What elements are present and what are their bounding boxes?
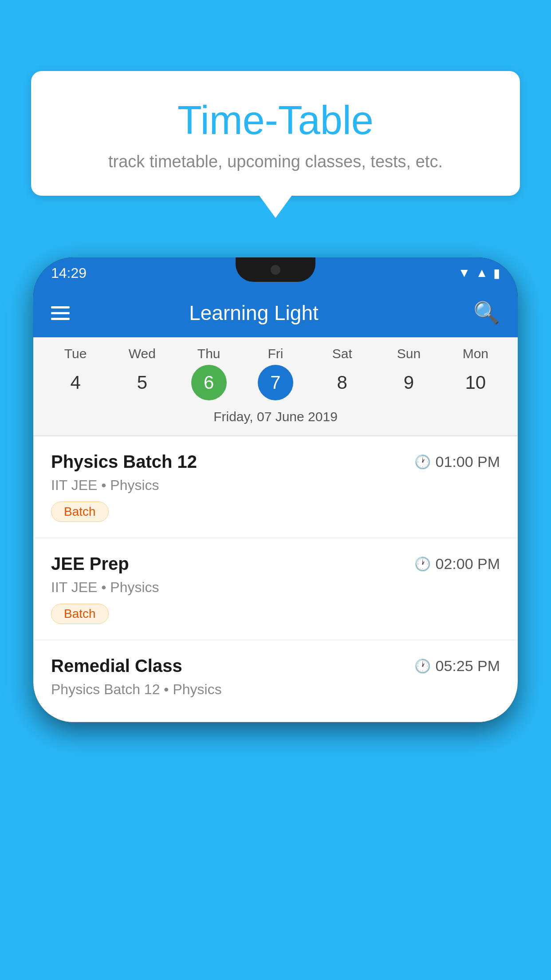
day-number: 4 xyxy=(58,365,93,400)
item-subtitle: IIT JEE • Physics xyxy=(51,477,500,494)
day-name: Thu xyxy=(197,346,220,361)
day-number: 9 xyxy=(391,365,427,400)
days-row: Tue4Wed5Thu6Fri7Sat8Sun9Mon10 xyxy=(33,346,518,400)
status-bar: 14:29 ▼ ▲ ▮ xyxy=(33,257,518,288)
schedule-item[interactable]: JEE Prep🕐 02:00 PMIIT JEE • PhysicsBatch xyxy=(33,538,518,640)
batch-tag: Batch xyxy=(51,604,109,624)
bubble-subtitle: track timetable, upcoming classes, tests… xyxy=(49,152,502,171)
day-cell-fri[interactable]: Fri7 xyxy=(247,346,304,400)
day-name: Fri xyxy=(268,346,283,361)
clock-icon: 🕐 xyxy=(414,454,431,470)
day-number: 8 xyxy=(324,365,360,400)
day-name: Wed xyxy=(129,346,156,361)
menu-line-3 xyxy=(51,318,70,320)
schedule-list: Physics Batch 12🕐 01:00 PMIIT JEE • Phys… xyxy=(33,436,518,722)
schedule-item[interactable]: Physics Batch 12🕐 01:00 PMIIT JEE • Phys… xyxy=(33,436,518,538)
day-cell-sun[interactable]: Sun9 xyxy=(380,346,438,400)
day-cell-tue[interactable]: Tue4 xyxy=(47,346,104,400)
item-time: 🕐 02:00 PM xyxy=(414,555,500,573)
day-cell-thu[interactable]: Thu6 xyxy=(180,346,238,400)
phone-frame: 14:29 ▼ ▲ ▮ Learning Light 🔍 Tue4Wed5Thu xyxy=(33,257,518,722)
phone-container: 14:29 ▼ ▲ ▮ Learning Light 🔍 Tue4Wed5Thu xyxy=(33,257,518,980)
day-name: Sat xyxy=(332,346,352,361)
menu-line-2 xyxy=(51,312,70,314)
notch xyxy=(236,257,315,282)
selected-date: Friday, 07 June 2019 xyxy=(33,405,518,431)
bubble-title: Time-Table xyxy=(49,98,502,143)
day-number: 10 xyxy=(458,365,493,400)
item-header: Physics Batch 12🕐 01:00 PM xyxy=(51,452,500,472)
schedule-item[interactable]: Remedial Class🕐 05:25 PMPhysics Batch 12… xyxy=(33,640,518,722)
status-icons: ▼ ▲ ▮ xyxy=(458,266,500,281)
day-name: Mon xyxy=(463,346,488,361)
status-time: 14:29 xyxy=(51,265,87,281)
item-time: 🕐 01:00 PM xyxy=(414,453,500,470)
item-subtitle: Physics Batch 12 • Physics xyxy=(51,681,500,698)
item-title: Remedial Class xyxy=(51,656,182,676)
day-name: Tue xyxy=(64,346,87,361)
day-number: 5 xyxy=(124,365,160,400)
wifi-icon: ▼ xyxy=(458,266,471,280)
speech-bubble-container: Time-Table track timetable, upcoming cla… xyxy=(31,71,520,196)
item-title: JEE Prep xyxy=(51,554,129,574)
day-number: 7 xyxy=(258,365,293,400)
menu-icon[interactable] xyxy=(51,306,70,320)
item-subtitle: IIT JEE • Physics xyxy=(51,579,500,596)
item-header: JEE Prep🕐 02:00 PM xyxy=(51,554,500,574)
search-icon[interactable]: 🔍 xyxy=(473,300,500,325)
item-title: Physics Batch 12 xyxy=(51,452,197,472)
day-cell-sat[interactable]: Sat8 xyxy=(313,346,371,400)
batch-tag: Batch xyxy=(51,502,109,522)
camera-dot xyxy=(271,265,280,275)
day-cell-wed[interactable]: Wed5 xyxy=(113,346,171,400)
clock-icon: 🕐 xyxy=(414,658,431,674)
item-header: Remedial Class🕐 05:25 PM xyxy=(51,656,500,676)
clock-icon: 🕐 xyxy=(414,556,431,572)
menu-line-1 xyxy=(51,306,70,308)
day-number: 6 xyxy=(191,365,227,400)
battery-icon: ▮ xyxy=(493,266,500,281)
signal-icon: ▲ xyxy=(476,266,488,280)
item-time: 🕐 05:25 PM xyxy=(414,657,500,675)
day-cell-mon[interactable]: Mon10 xyxy=(447,346,504,400)
day-name: Sun xyxy=(397,346,421,361)
calendar-strip: Tue4Wed5Thu6Fri7Sat8Sun9Mon10 Friday, 07… xyxy=(33,337,518,435)
speech-bubble: Time-Table track timetable, upcoming cla… xyxy=(31,71,520,196)
app-title: Learning Light xyxy=(83,301,425,325)
app-bar: Learning Light 🔍 xyxy=(33,288,518,337)
